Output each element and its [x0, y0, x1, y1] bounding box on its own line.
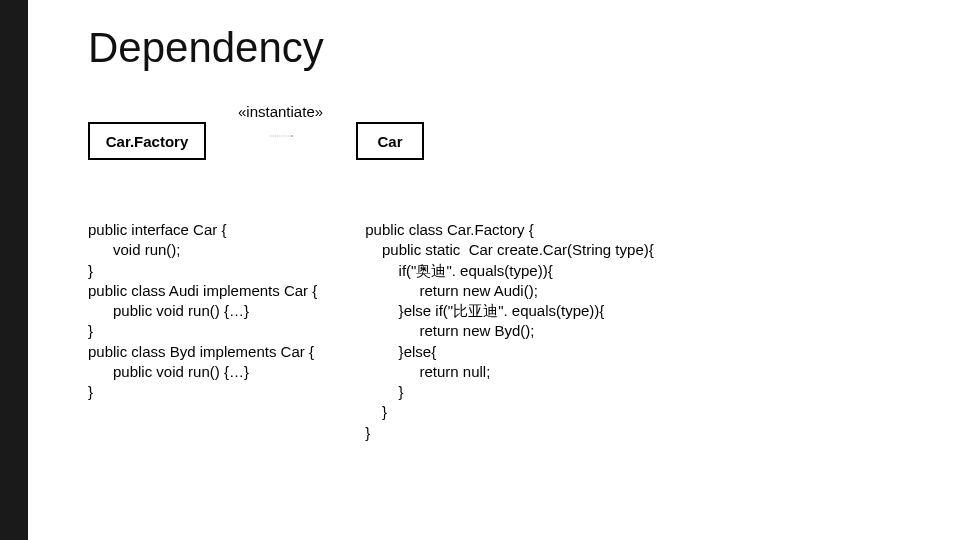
dependency-arrow	[208, 135, 356, 137]
uml-box-car: Car	[356, 122, 424, 160]
slide-title: Dependency	[88, 24, 920, 72]
uml-diagram: Car.Factory «instantiate» Car	[88, 100, 488, 180]
uml-box-factory: Car.Factory	[88, 122, 206, 160]
code-right: public class Car.Factory { public static…	[365, 220, 653, 443]
slide-accent-bar	[0, 0, 28, 540]
code-left: public interface Car { void run(); } pub…	[88, 220, 317, 443]
code-area: public interface Car { void run(); } pub…	[88, 220, 920, 443]
slide-content: Dependency Car.Factory «instantiate» Car…	[28, 0, 960, 540]
dependency-stereotype: «instantiate»	[238, 103, 323, 120]
